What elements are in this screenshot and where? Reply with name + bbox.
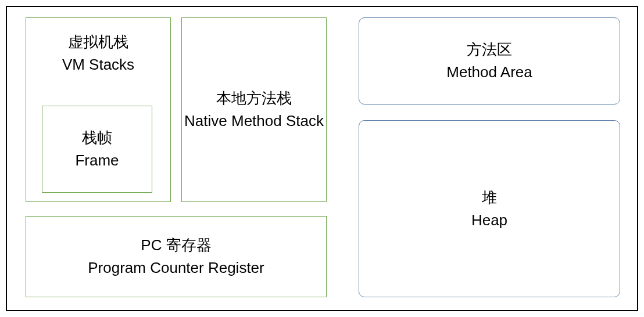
heap-title-en: Heap: [471, 209, 507, 232]
vm-stacks-title-cn: 虚拟机栈: [68, 31, 128, 53]
method-area-title-en: Method Area: [446, 61, 532, 84]
method-area-title-cn: 方法区: [467, 38, 512, 61]
heap-box: 堆 Heap: [359, 120, 620, 297]
jvm-memory-diagram: 虚拟机栈 VM Stacks 栈帧 Frame 本地方法栈 Native Met…: [6, 6, 638, 311]
native-stack-title-en: Native Method Stack: [184, 110, 324, 132]
method-area-box: 方法区 Method Area: [359, 17, 620, 105]
pc-register-title-en: Program Counter Register: [88, 257, 264, 279]
native-stack-title-cn: 本地方法栈: [216, 87, 292, 110]
vm-stacks-title-en: VM Stacks: [62, 53, 134, 76]
heap-title-cn: 堆: [482, 186, 497, 209]
pc-register-box: PC 寄存器 Program Counter Register: [26, 216, 327, 297]
native-method-stack-box: 本地方法栈 Native Method Stack: [181, 17, 327, 202]
frame-title-en: Frame: [75, 149, 119, 172]
frame-title-cn: 栈帧: [82, 127, 112, 149]
pc-register-title-cn: PC 寄存器: [141, 234, 211, 257]
frame-box: 栈帧 Frame: [42, 106, 152, 193]
